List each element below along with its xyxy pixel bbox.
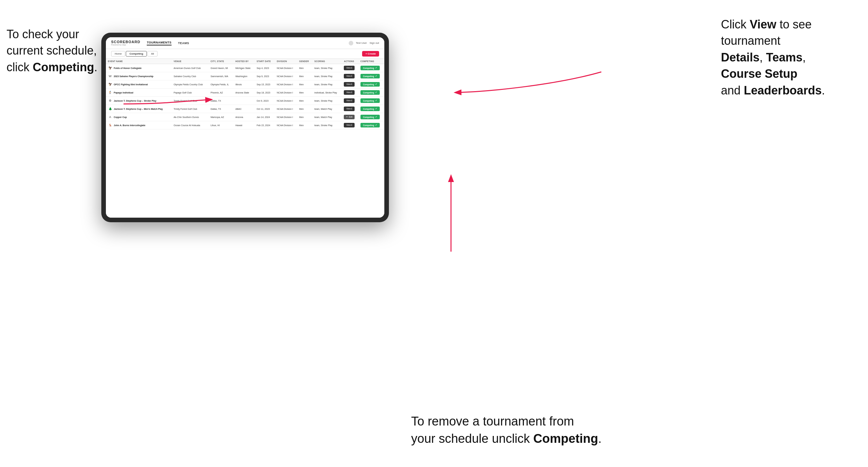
scoring-cell: team, Match Play <box>312 113 342 121</box>
date-cell: Sep 9, 2023 <box>255 72 275 81</box>
event-name-text: John A. Burns Intercollegiate <box>114 124 146 126</box>
division-cell: NCAA Division I <box>275 97 298 105</box>
hosted-cell: Arizona State <box>233 89 255 97</box>
app-header-right: Test User Sign out <box>349 41 379 45</box>
venue-cell: Trinity Forest Golf Club <box>172 105 209 113</box>
date-cell: Sep 15, 2023 <box>255 81 275 89</box>
action-cell[interactable]: View ℹ <box>342 105 358 113</box>
scoring-cell: team, Stroke Play <box>312 121 342 129</box>
hosted-cell: Washington <box>233 72 255 81</box>
venue-cell: Papago Golf Club <box>172 89 209 97</box>
competing-cell[interactable]: Competing <box>359 121 384 129</box>
view-button[interactable]: View ℹ <box>344 82 354 87</box>
gender-cell: Men <box>298 121 312 129</box>
competing-cell[interactable]: Competing <box>359 97 384 105</box>
tab-competing[interactable]: Competing <box>126 51 147 57</box>
event-name-cell: ⚙ Jackson T. Stephens Cup – Stroke Play <box>106 97 172 105</box>
action-cell[interactable]: View ℹ <box>342 97 358 105</box>
scoring-cell: team, Stroke Play <box>312 81 342 89</box>
hosted-cell <box>233 97 255 105</box>
tab-home[interactable]: Home <box>111 51 125 57</box>
table-header-row: EVENT NAME VENUE CITY, STATE HOSTED BY S… <box>106 59 384 64</box>
competing-cell[interactable]: Competing <box>359 72 384 81</box>
user-name: Test User <box>356 41 367 44</box>
table-container: EVENT NAME VENUE CITY, STATE HOSTED BY S… <box>106 59 384 218</box>
create-button[interactable]: + Create <box>362 51 379 57</box>
view-button[interactable]: View ℹ <box>344 74 354 79</box>
view-button[interactable]: View ℹ <box>344 123 354 127</box>
nav-tournaments[interactable]: TOURNAMENTS <box>147 41 171 45</box>
col-hosted: HOSTED BY <box>233 59 255 64</box>
hosted-cell: Hawaii <box>233 121 255 129</box>
gender-cell: Men <box>298 113 312 121</box>
scoreboard-subtitle: Powered by clipp <box>111 44 140 46</box>
action-cell[interactable]: ✏ Edit <box>342 113 358 121</box>
team-logo: ⚙ <box>108 98 113 103</box>
competing-button[interactable]: Competing <box>361 74 380 79</box>
annotation-bottom: To remove a tournament from your schedul… <box>411 413 640 447</box>
division-cell: NCAA Division I <box>275 113 298 121</box>
action-cell[interactable]: View ℹ <box>342 89 358 97</box>
gender-cell: Men <box>298 72 312 81</box>
event-name-text: 2023 Sahalee Players Championship <box>114 75 153 77</box>
competing-cell[interactable]: Competing <box>359 113 384 121</box>
gender-cell: Men <box>298 97 312 105</box>
event-name-text: Papago Individual <box>114 92 133 94</box>
venue-cell: Olympia Fields Country Club <box>172 81 209 89</box>
view-button[interactable]: View ℹ <box>344 66 354 70</box>
col-competing: COMPETING <box>359 59 384 64</box>
city-cell: Olympia Fields, IL <box>209 81 233 89</box>
view-button[interactable]: View ℹ <box>344 106 354 111</box>
action-cell[interactable]: View ℹ <box>342 81 358 89</box>
city-cell: Grand Haven, MI <box>209 64 233 72</box>
competing-button[interactable]: Competing <box>361 123 380 127</box>
action-cell[interactable]: View ℹ <box>342 72 358 81</box>
nav-teams[interactable]: TEAMS <box>178 41 189 45</box>
toolbar: Home Competing All + Create <box>106 49 384 59</box>
event-name-cell: 🌲 Jackson T. Stephens Cup – Men's Match … <box>106 105 172 113</box>
table-row: 🦌 John A. Burns Intercollegiate Ocean Co… <box>106 121 384 129</box>
col-gender: GENDER <box>298 59 312 64</box>
edit-button[interactable]: ✏ Edit <box>344 115 354 119</box>
team-logo: 🦅 <box>108 82 113 87</box>
competing-cell[interactable]: Competing <box>359 105 384 113</box>
date-cell: Sep 4, 2023 <box>255 64 275 72</box>
tablet-frame: SCOREBOARD Powered by clipp TOURNAMENTS … <box>101 33 389 222</box>
event-name-text: Copper Cup <box>114 116 127 118</box>
view-button[interactable]: View ℹ <box>344 90 354 95</box>
division-cell: NCAA Division I <box>275 64 298 72</box>
team-logo: 🌲 <box>108 106 113 111</box>
hosted-cell: Illinois <box>233 81 255 89</box>
division-cell: NCAA Division I <box>275 121 298 129</box>
competing-button[interactable]: Competing <box>361 82 380 87</box>
scoring-cell: team, Stroke Play <box>312 97 342 105</box>
city-cell: Lihue, HI <box>209 121 233 129</box>
sign-out-link[interactable]: Sign out <box>370 41 379 44</box>
tab-group: Home Competing All <box>111 51 157 57</box>
competing-button[interactable]: Competing <box>361 66 380 70</box>
table-row: A Copper Cup Ak-Chin Southern DunesMaric… <box>106 113 384 121</box>
scoreboard-title: SCOREBOARD <box>111 40 140 44</box>
col-event-name: EVENT NAME <box>106 59 172 64</box>
competing-button[interactable]: Competing <box>361 106 380 111</box>
action-cell[interactable]: View ℹ <box>342 121 358 129</box>
competing-button[interactable]: Competing <box>361 98 380 103</box>
scoring-cell: individual, Stroke Play <box>312 89 342 97</box>
table-row: 🌲 Jackson T. Stephens Cup – Men's Match … <box>106 105 384 113</box>
table-row: ⚙ Jackson T. Stephens Cup – Stroke Play … <box>106 97 384 105</box>
action-cell[interactable]: View ℹ <box>342 64 358 72</box>
view-button[interactable]: View ℹ <box>344 98 354 103</box>
col-scoring: SCORING <box>312 59 342 64</box>
competing-cell[interactable]: Competing <box>359 81 384 89</box>
event-name-cell: 🦌 John A. Burns Intercollegiate <box>106 121 172 129</box>
hosted-cell: Michigan State <box>233 64 255 72</box>
tab-all[interactable]: All <box>147 51 157 57</box>
event-name-cell: A Copper Cup <box>106 113 172 121</box>
competing-button[interactable]: Competing <box>361 90 380 95</box>
competing-button[interactable]: Competing <box>361 115 380 119</box>
competing-cell[interactable]: Competing <box>359 64 384 72</box>
venue-cell: Ocean Course At Hokuala <box>172 121 209 129</box>
event-name-text: OFCC Fighting Illini Invitational <box>114 83 148 86</box>
table-row: 🦅 OFCC Fighting Illini Invitational Olym… <box>106 81 384 89</box>
competing-cell[interactable]: Competing <box>359 89 384 97</box>
